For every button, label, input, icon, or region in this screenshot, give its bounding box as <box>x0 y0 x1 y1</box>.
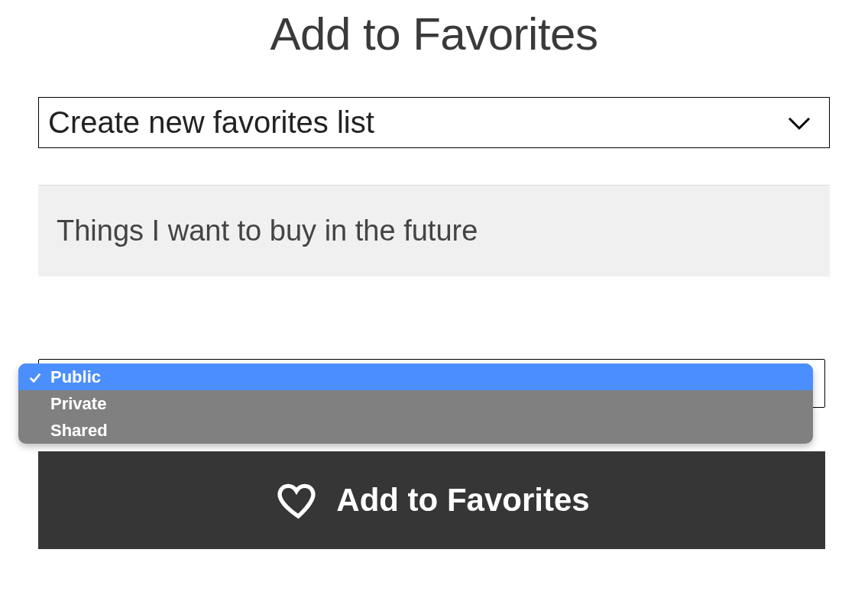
add-to-favorites-button[interactable]: Add to Favorites <box>38 451 825 549</box>
visibility-option-shared[interactable]: Shared <box>18 417 813 444</box>
visibility-option-public[interactable]: Public <box>18 364 813 390</box>
heart-icon <box>274 477 319 523</box>
favorites-list-select-label: Create new favorites list <box>48 105 374 140</box>
chevron-down-icon <box>788 111 811 134</box>
add-to-favorites-label: Add to Favorites <box>336 482 589 519</box>
visibility-option-label: Shared <box>50 421 108 441</box>
check-icon <box>24 370 46 384</box>
visibility-option-label: Public <box>50 367 101 387</box>
list-name-input[interactable] <box>38 185 830 276</box>
visibility-dropdown[interactable]: Public Private Shared <box>18 364 813 444</box>
visibility-option-label: Private <box>50 394 106 414</box>
favorites-list-select[interactable]: Create new favorites list <box>38 97 830 148</box>
visibility-option-private[interactable]: Private <box>18 390 813 417</box>
dialog-title: Add to Favorites <box>38 8 830 60</box>
